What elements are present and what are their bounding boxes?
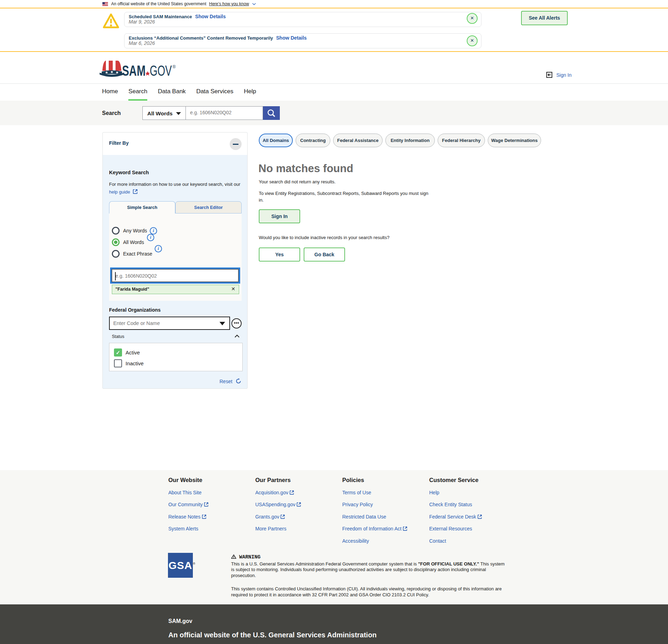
svg-text:SAM: SAM (122, 62, 146, 79)
svg-text:GOV: GOV (150, 62, 172, 79)
svg-text:®: ® (173, 65, 176, 69)
